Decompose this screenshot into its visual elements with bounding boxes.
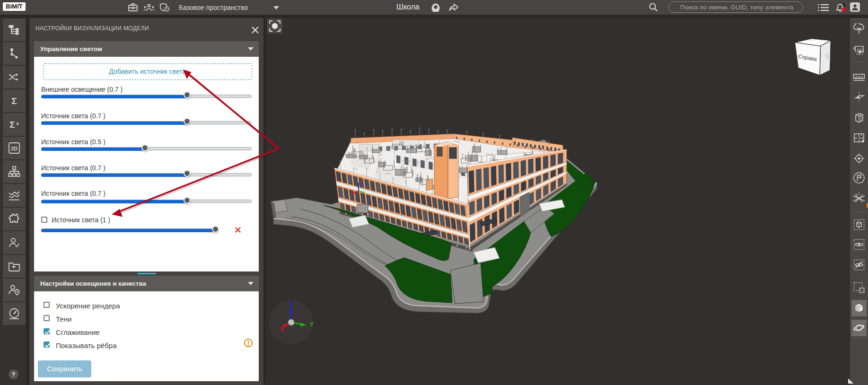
svg-text:Σ: Σ (11, 96, 17, 106)
svg-text:Σ: Σ (9, 120, 15, 130)
svg-text:2: 2 (858, 192, 860, 195)
svg-text:Z: Z (289, 300, 293, 306)
svg-text:2D: 2D (11, 146, 18, 151)
svg-text:+: + (16, 121, 19, 127)
svg-text:X: X (280, 326, 284, 332)
svg-text:1: 1 (856, 193, 858, 196)
svg-text:Y: Y (310, 321, 314, 328)
